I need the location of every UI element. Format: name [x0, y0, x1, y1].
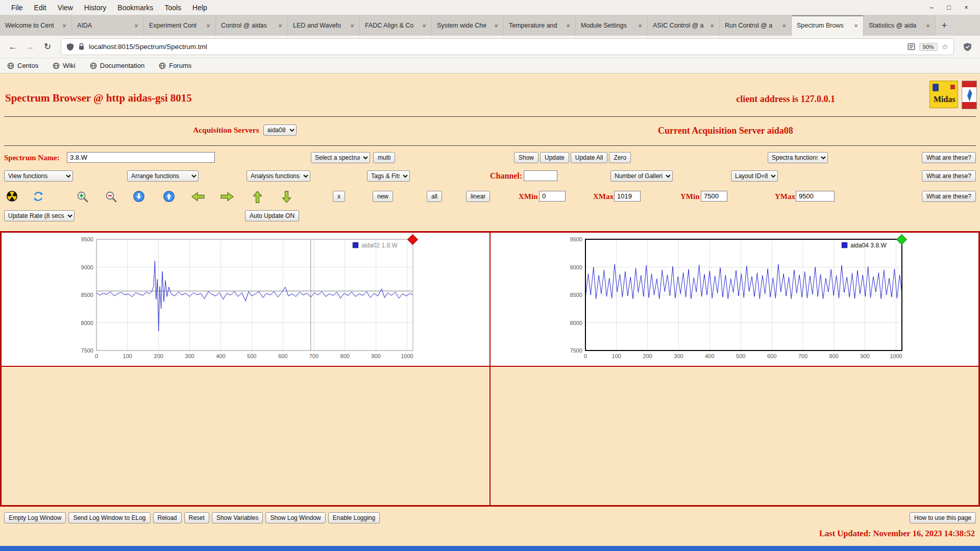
- tab-close-icon[interactable]: ×: [565, 22, 572, 30]
- tab-control-aidas[interactable]: Control @ aidas×: [216, 15, 288, 36]
- ymin-input[interactable]: [701, 191, 727, 202]
- menu-file[interactable]: File: [6, 2, 28, 13]
- multi-button[interactable]: multi: [373, 152, 395, 163]
- spectrum-chart-aida04[interactable]: 0100200300400500600700800900100075008000…: [563, 235, 906, 366]
- back-button[interactable]: ←: [5, 39, 20, 55]
- tab-close-icon[interactable]: ×: [421, 22, 428, 30]
- midas-logo[interactable]: Midas: [929, 81, 958, 108]
- tab-spectrum-brows[interactable]: Spectrum Brows×: [792, 15, 864, 36]
- arrow-down-icon[interactable]: [281, 190, 292, 204]
- scroll-up-circle-icon[interactable]: [163, 191, 175, 202]
- new-tab-button[interactable]: +: [936, 15, 953, 36]
- tab-statistics-aida[interactable]: Statistics @ aida×: [864, 15, 936, 36]
- zero-button[interactable]: Zero: [609, 152, 631, 163]
- view-functions-dropdown[interactable]: View functions: [4, 170, 73, 182]
- what-are-these-button[interactable]: What are these?: [922, 191, 976, 202]
- bookmark-star-icon[interactable]: ☆: [942, 42, 948, 52]
- zoom-in-icon[interactable]: [77, 191, 89, 203]
- log-button-send-log-window-to-elog[interactable]: Send Log Window to ELog: [68, 512, 150, 523]
- xmin-input[interactable]: [539, 191, 566, 202]
- tab-asic-control-a[interactable]: ASIC Control @ a×: [648, 15, 720, 36]
- number-of-galleries-dropdown[interactable]: Number of Galleries: [610, 170, 673, 182]
- auto-update-button[interactable]: Auto Update ON: [245, 210, 299, 221]
- menu-history[interactable]: History: [79, 2, 112, 13]
- spectrum-name-input[interactable]: [67, 152, 215, 163]
- tab-temperature-and[interactable]: Temperature and×: [504, 15, 576, 36]
- tab-close-icon[interactable]: ×: [708, 22, 716, 30]
- close-button[interactable]: ×: [962, 4, 971, 11]
- tab-run-control-a[interactable]: Run Control @ a×: [720, 15, 792, 36]
- menu-tools[interactable]: Tools: [159, 2, 186, 13]
- update-button[interactable]: Update: [540, 152, 569, 163]
- acquisition-server-dropdown[interactable]: aida08: [263, 124, 297, 136]
- zoom-level-badge[interactable]: 90%: [919, 43, 938, 51]
- log-button-enable-logging[interactable]: Enable Logging: [328, 512, 380, 523]
- tab-close-icon[interactable]: ×: [636, 22, 644, 30]
- tcl-powered-logo[interactable]: [962, 81, 977, 109]
- tab-close-icon[interactable]: ×: [852, 22, 860, 30]
- log-button-show-variables[interactable]: Show Variables: [212, 512, 263, 523]
- tab-module-settings[interactable]: Module Settings×: [576, 15, 648, 36]
- arrow-left-icon[interactable]: [191, 191, 205, 202]
- forward-button[interactable]: →: [22, 39, 38, 55]
- what-are-these-button[interactable]: What are these?: [922, 170, 976, 182]
- url-bar[interactable]: localhost:8015/Spectrum/Spectrum.tml 90%…: [61, 39, 953, 55]
- maximize-button[interactable]: □: [944, 4, 953, 11]
- bookmark-wiki[interactable]: Wiki: [53, 62, 76, 69]
- new-button[interactable]: new: [373, 191, 393, 202]
- show-button[interactable]: Show: [514, 152, 538, 163]
- how-to-use-button[interactable]: How to use this page: [910, 512, 976, 523]
- radiation-icon[interactable]: [6, 190, 18, 202]
- shield-icon[interactable]: [66, 43, 74, 51]
- log-button-show-log-window[interactable]: Show Log Window: [265, 512, 325, 523]
- ymax-input[interactable]: [796, 191, 835, 202]
- zoom-out-icon[interactable]: [105, 191, 118, 203]
- bookmark-documentation[interactable]: Documentation: [90, 62, 144, 69]
- menu-edit[interactable]: Edit: [29, 2, 52, 13]
- tab-experiment-cont[interactable]: Experiment Cont×: [144, 15, 216, 36]
- all-button[interactable]: all: [427, 191, 442, 202]
- tab-led-and-wavefo[interactable]: LED and Wavefo×: [288, 15, 360, 36]
- tab-close-icon[interactable]: ×: [133, 22, 140, 30]
- reader-view-icon[interactable]: [908, 43, 915, 51]
- spectra-functions-dropdown[interactable]: Spectra functions: [768, 152, 828, 163]
- tab-close-icon[interactable]: ×: [349, 22, 356, 30]
- channel-input[interactable]: [524, 170, 557, 181]
- scroll-down-circle-icon[interactable]: [133, 191, 144, 202]
- linear-button[interactable]: linear: [466, 191, 490, 202]
- tab-system-wide-che[interactable]: System wide Che×: [432, 15, 504, 36]
- log-button-reset[interactable]: Reset: [184, 512, 209, 523]
- spectrum-chart-aida02[interactable]: 0100200300400500600700800900100075008000…: [74, 235, 417, 366]
- menu-view[interactable]: View: [53, 2, 78, 13]
- tags-fits-dropdown[interactable]: Tags & Fits: [367, 170, 410, 182]
- arrange-functions-dropdown[interactable]: Arrange functions: [127, 170, 199, 182]
- site-info-lock-icon[interactable]: [78, 43, 85, 51]
- tab-welcome-to-cent[interactable]: Welcome to Cent×: [0, 15, 72, 36]
- menu-help[interactable]: Help: [187, 2, 212, 13]
- bookmark-centos[interactable]: Centos: [7, 62, 38, 69]
- layout-id-dropdown[interactable]: Layout ID=8: [731, 170, 778, 182]
- tab-fadc-align-co[interactable]: FADC Align & Co×: [360, 15, 432, 36]
- menu-bookmarks[interactable]: Bookmarks: [112, 2, 158, 13]
- refresh-icon[interactable]: [33, 191, 44, 202]
- log-button-empty-log-window[interactable]: Empty Log Window: [4, 512, 66, 523]
- tab-close-icon[interactable]: ×: [780, 22, 788, 30]
- tab-close-icon[interactable]: ×: [924, 22, 932, 30]
- update-rate-dropdown[interactable]: Update Rate (8 secs): [4, 210, 75, 221]
- tab-close-icon[interactable]: ×: [277, 22, 284, 30]
- xmax-input[interactable]: [614, 191, 641, 202]
- analysis-functions-dropdown[interactable]: Analysis functions: [247, 170, 310, 182]
- select-spectrum-dropdown[interactable]: Select a spectrum: [311, 152, 370, 163]
- tab-close-icon[interactable]: ×: [61, 22, 68, 30]
- extension-shield-icon[interactable]: [960, 42, 975, 52]
- x-button[interactable]: x: [333, 191, 345, 202]
- bookmark-forums[interactable]: Forums: [159, 62, 191, 69]
- log-button-reload[interactable]: Reload: [153, 512, 182, 523]
- what-are-these-button[interactable]: What are these?: [922, 152, 976, 163]
- tab-close-icon[interactable]: ×: [205, 22, 212, 30]
- reload-button[interactable]: ↻: [40, 39, 55, 55]
- arrow-right-icon[interactable]: [220, 191, 234, 202]
- tab-aida[interactable]: AIDA×: [72, 15, 144, 36]
- update-all-button[interactable]: Update All: [571, 152, 608, 163]
- tab-close-icon[interactable]: ×: [493, 22, 500, 30]
